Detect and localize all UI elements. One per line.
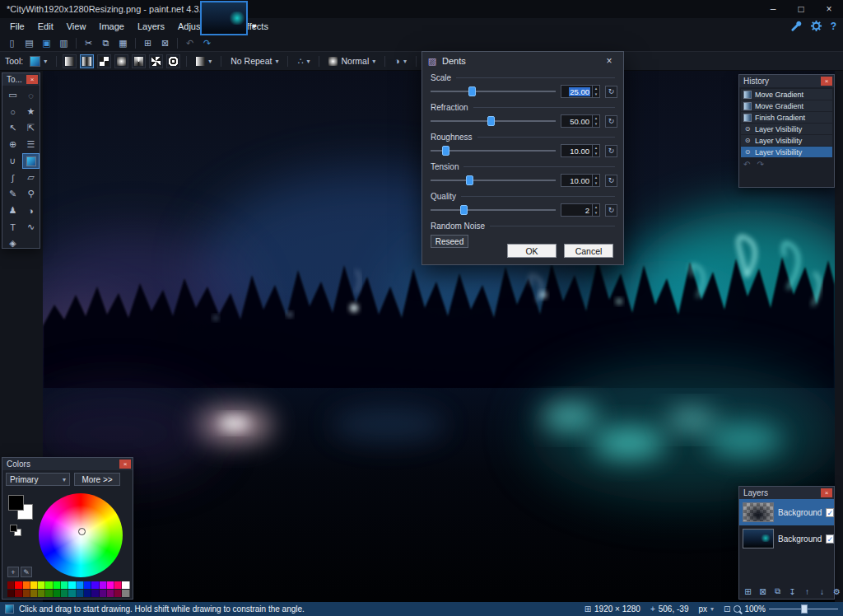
palette-swatch[interactable]	[68, 581, 76, 589]
tension-spinner[interactable]: ▴▾	[592, 175, 599, 186]
move-layer-up-button[interactable]: ↑	[802, 586, 813, 597]
scale-value-input[interactable]: 25.00 ▴▾	[561, 85, 600, 98]
palette-swatch[interactable]	[54, 590, 61, 597]
roughness-value-input[interactable]: 10.00 ▴▾	[561, 144, 600, 157]
cancel-button[interactable]: Cancel	[564, 244, 613, 258]
spin-down-icon[interactable]: ▾	[593, 180, 599, 186]
delete-layer-button[interactable]: ⊠	[757, 586, 768, 597]
tools-panel-close-button[interactable]: ×	[26, 75, 38, 84]
primary-secondary-swatch[interactable]	[8, 495, 33, 520]
tools-panel-titlebar[interactable]: To... ×	[2, 73, 40, 86]
roughness-spinner[interactable]: ▴▾	[592, 145, 599, 156]
refraction-spinner[interactable]: ▴▾	[592, 115, 599, 127]
settings-wrench-icon[interactable]	[789, 20, 802, 32]
line-curve-tool[interactable]: ∿	[22, 219, 40, 235]
gradient-type-spiral-ccw-button[interactable]	[166, 54, 180, 68]
color-picker-tool[interactable]: ⚲	[22, 186, 40, 202]
gradient-type-linear-reflected-button[interactable]	[80, 54, 94, 68]
antialiasing-dropdown[interactable]: ∴ ▾	[294, 54, 313, 68]
palette-swatch[interactable]	[45, 590, 53, 597]
quality-spinner[interactable]: ▴▾	[592, 204, 599, 216]
gear-icon[interactable]	[810, 20, 822, 32]
palette-swatch[interactable]	[61, 581, 68, 589]
blend-mode-dropdown[interactable]: Normal ▾	[325, 54, 379, 68]
rectangle-select-tool[interactable]: ▭	[4, 87, 21, 103]
palette-swatch[interactable]	[77, 581, 84, 589]
history-panel-titlebar[interactable]: History ×	[739, 75, 834, 87]
undo-button[interactable]: ↶	[182, 36, 198, 50]
dents-dialog-titlebar[interactable]: ▨ Dents ×	[422, 52, 623, 70]
scale-slider[interactable]	[431, 86, 556, 97]
spin-up-icon[interactable]: ▴	[593, 115, 599, 121]
copy-button[interactable]: ⧉	[98, 36, 114, 50]
menu-edit[interactable]: Edit	[31, 18, 60, 35]
move-pixels-tool[interactable]: ↖	[4, 120, 21, 136]
palette-swatch[interactable]	[100, 590, 107, 597]
color-wheel[interactable]	[39, 493, 123, 577]
color-wheel-cursor[interactable]	[78, 528, 86, 535]
gradient-type-conical-button[interactable]	[132, 54, 146, 68]
palette-swatch[interactable]	[15, 590, 22, 597]
palette-swatch[interactable]	[7, 581, 15, 589]
primary-color-swatch[interactable]	[8, 495, 24, 511]
spin-up-icon[interactable]: ▴	[593, 175, 599, 180]
palette-swatch[interactable]	[100, 581, 107, 589]
history-panel-close-button[interactable]: ×	[821, 77, 832, 86]
ellipse-select-tool[interactable]: ○	[4, 104, 21, 119]
palette-swatch[interactable]	[91, 581, 99, 589]
colors-panel-titlebar[interactable]: Colors ×	[2, 458, 133, 470]
active-tool-dropdown[interactable]: ▾	[26, 54, 50, 68]
palette-swatch[interactable]	[38, 581, 45, 589]
roughness-reset-button[interactable]: ↻	[605, 145, 617, 157]
deselect-button[interactable]: ⊠	[157, 36, 173, 50]
quality-slider-thumb[interactable]	[460, 205, 468, 215]
edit-palette-button[interactable]: ✎	[21, 567, 32, 577]
tension-reset-button[interactable]: ↻	[605, 175, 617, 187]
cut-button[interactable]: ✂	[81, 36, 96, 50]
save-button[interactable]: ▣	[39, 36, 54, 50]
history-item[interactable]: Move Gradient	[741, 100, 832, 111]
roughness-slider-thumb[interactable]	[442, 146, 449, 156]
palette-swatch[interactable]	[23, 590, 30, 597]
layers-panel-titlebar[interactable]: Layers ×	[739, 487, 834, 499]
menu-image[interactable]: Image	[92, 18, 131, 35]
palette-swatch[interactable]	[107, 581, 114, 589]
magic-wand-tool[interactable]: ★	[22, 104, 40, 119]
scale-spinner[interactable]: ▴▾	[592, 86, 599, 97]
palette-swatch[interactable]	[61, 590, 68, 597]
refraction-slider[interactable]	[431, 115, 556, 127]
spin-up-icon[interactable]: ▴	[593, 204, 599, 210]
history-item[interactable]: ⊙Layer Visibility	[741, 135, 832, 146]
move-layer-down-button[interactable]: ↓	[817, 586, 827, 597]
scale-reset-button[interactable]: ↻	[605, 86, 617, 98]
add-color-button[interactable]: +	[7, 567, 19, 577]
help-icon[interactable]: ?	[831, 21, 836, 32]
maximize-button[interactable]: □	[787, 0, 815, 18]
history-item[interactable]: Finish Gradient	[741, 112, 832, 123]
spin-down-icon[interactable]: ▾	[593, 210, 599, 216]
new-file-button[interactable]: ▯	[4, 36, 20, 50]
text-tool[interactable]: T	[4, 219, 21, 235]
pan-tool[interactable]: ☰	[22, 137, 40, 152]
palette-swatch[interactable]	[122, 590, 129, 597]
tension-value-input[interactable]: 10.00 ▴▾	[561, 174, 600, 187]
palette-swatch[interactable]	[107, 590, 114, 597]
quality-slider[interactable]	[431, 204, 556, 216]
fit-window-icon[interactable]: ⊡	[724, 604, 730, 614]
roughness-slider[interactable]	[431, 145, 556, 156]
palette-swatch[interactable]	[15, 581, 22, 589]
units-dropdown[interactable]: px ▾	[698, 604, 714, 614]
minimize-button[interactable]: –	[759, 0, 787, 18]
paintbrush-tool[interactable]: ∫	[4, 170, 21, 185]
paint-bucket-tool[interactable]: ∪	[4, 153, 21, 169]
add-layer-button[interactable]: ⊞	[743, 586, 753, 597]
zoom-slider-thumb[interactable]	[801, 604, 808, 614]
tension-slider[interactable]	[431, 175, 556, 186]
reseed-button[interactable]: Reseed	[431, 235, 468, 248]
refraction-reset-button[interactable]: ↻	[605, 115, 617, 128]
eraser-tool[interactable]: ▱	[22, 170, 40, 185]
menu-file[interactable]: File	[3, 18, 31, 35]
paste-button[interactable]: ▦	[115, 36, 131, 50]
spin-up-icon[interactable]: ▴	[593, 145, 599, 151]
clone-stamp-tool[interactable]: ♟	[4, 203, 21, 218]
